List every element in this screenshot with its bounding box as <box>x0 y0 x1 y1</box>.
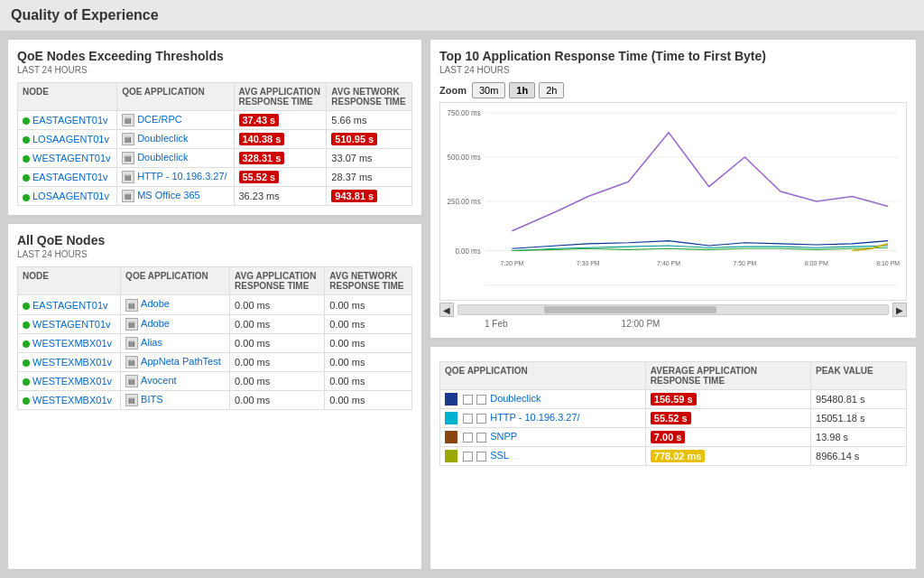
node-link[interactable]: LOSAAGENT01v <box>32 191 109 201</box>
legend-app-link[interactable]: SSL <box>490 450 509 461</box>
node-cell: WESTEXMBX01v <box>18 371 121 390</box>
thresholds-subtitle: LAST 24 HOURS <box>17 65 412 75</box>
avg-net-cell: 510.95 s <box>327 130 412 149</box>
chart-scrollbar-area[interactable]: ◀ ▶ <box>439 303 907 317</box>
avg-net-cell: 943.81 s <box>327 187 412 206</box>
badge-red: 943.81 s <box>331 190 377 202</box>
status-dot <box>23 194 30 201</box>
zoom-label: Zoom <box>439 85 467 96</box>
app-icon: ▤ <box>125 375 138 387</box>
avg-net-cell: 0.00 ms <box>325 371 412 390</box>
zoom-1h-button[interactable]: 1h <box>509 82 535 98</box>
table-row: EASTAGENT01v ▤Adobe 0.00 ms 0.00 ms <box>18 295 412 314</box>
app-icon: ▤ <box>125 337 138 350</box>
legend-col-avg: AVERAGE APPLICATIONRESPONSE TIME <box>645 362 810 390</box>
thresholds-table: NODE QOE APPLICATION AVG APPLICATIONRESP… <box>17 82 412 206</box>
color-swatch <box>445 431 457 443</box>
app-cell: ▤MS Office 365 <box>117 187 234 206</box>
node-link[interactable]: WESTAGENT01v <box>32 153 111 163</box>
avg-net-cell: 0.00 ms <box>325 295 412 314</box>
avg-app-cell: 0.00 ms <box>230 371 325 390</box>
chart-left-button[interactable]: ◀ <box>439 303 454 317</box>
app-link[interactable]: HTTP - 10.196.3.27/ <box>137 171 226 182</box>
checkbox2[interactable] <box>476 395 486 405</box>
avg-app-cell: 0.00 ms <box>230 390 325 409</box>
checkbox2[interactable] <box>476 414 486 424</box>
col-node: NODE <box>18 83 117 111</box>
zoom-2h-button[interactable]: 2h <box>539 82 564 98</box>
app-cell: ▤Doubleclick <box>117 149 234 168</box>
zoom-30m-button[interactable]: 30m <box>472 82 505 98</box>
legend-row: SSL 778.02 ms 8966.14 s <box>440 447 907 466</box>
top10-card: Top 10 Application Response Time (Time t… <box>430 39 917 339</box>
legend-app-link[interactable]: SNPP <box>490 431 517 442</box>
app-link[interactable]: Adobe <box>141 298 170 309</box>
app-icon: ▤ <box>122 114 134 126</box>
legend-peak-cell: 13.98 s <box>811 428 907 447</box>
node-cell: EASTAGENT01v <box>18 111 117 130</box>
table-row: WESTAGENT01v ▤Adobe 0.00 ms 0.00 ms <box>18 314 412 333</box>
color-swatch <box>445 393 457 406</box>
avg-app-cell: 55.52 s <box>234 168 327 187</box>
node-link[interactable]: WESTEXMBX01v <box>32 395 112 406</box>
node-link[interactable]: WESTEXMBX01v <box>32 338 112 349</box>
checkbox2[interactable] <box>476 452 486 461</box>
node-link[interactable]: EASTAGENT01v <box>32 172 108 182</box>
app-link[interactable]: Avocent <box>141 375 177 386</box>
node-link[interactable]: EASTAGENT01v <box>32 300 108 311</box>
node-link[interactable]: WESTEXMBX01v <box>32 357 112 368</box>
legend-avg-cell: 7.00 s <box>645 428 810 447</box>
node-cell: WESTAGENT01v <box>18 314 121 333</box>
table-row: EASTAGENT01v ▤HTTP - 10.196.3.27/ 55.52 … <box>18 168 412 187</box>
avg-app-cell: 36.23 ms <box>234 187 327 206</box>
status-dot <box>23 155 30 163</box>
avg-net-cell: 5.66 ms <box>327 111 412 130</box>
chart-scrollbar[interactable] <box>457 304 889 315</box>
checkbox[interactable] <box>463 414 473 424</box>
app-cell: ▤BITS <box>121 390 230 409</box>
col-avg-app: AVG APPLICATIONRESPONSE TIME <box>234 83 327 111</box>
status-dot <box>23 397 30 405</box>
checkbox[interactable] <box>463 452 473 461</box>
checkbox2[interactable] <box>476 433 486 443</box>
app-link[interactable]: MS Office 365 <box>137 190 200 200</box>
badge-red: 37.43 s <box>239 114 280 126</box>
node-link[interactable]: EASTAGENT01v <box>32 115 108 126</box>
app-cell: ▤Adobe <box>121 314 230 333</box>
legend-app-cell: Doubleclick <box>440 390 646 409</box>
color-swatch <box>445 412 457 424</box>
legend-avg-cell: 778.02 ms <box>645 447 810 466</box>
node-link[interactable]: WESTAGENT01v <box>32 319 111 330</box>
node-link[interactable]: LOSAAGENT01v <box>32 134 109 144</box>
svg-text:7:30 PM: 7:30 PM <box>577 259 600 267</box>
node-cell: EASTAGENT01v <box>18 168 117 187</box>
app-link[interactable]: Adobe <box>141 318 170 329</box>
legend-app-link[interactable]: HTTP - 10.196.3.27/ <box>490 412 579 423</box>
app-link[interactable]: AppNeta PathTest <box>141 356 221 367</box>
avg-net-cell: 0.00 ms <box>325 314 412 333</box>
app-link[interactable]: Doubleclick <box>137 152 188 163</box>
avg-app-cell: 0.00 ms <box>230 314 325 333</box>
all-nodes-subtitle: LAST 24 HOURS <box>17 249 412 259</box>
checkbox[interactable] <box>463 395 473 405</box>
svg-text:500.00 ms: 500.00 ms <box>448 153 481 162</box>
app-link[interactable]: DCE/RPC <box>137 114 182 125</box>
chart-right-button[interactable]: ▶ <box>892 303 907 317</box>
app-link[interactable]: BITS <box>141 394 162 405</box>
legend-avg-cell: 55.52 s <box>645 409 810 428</box>
color-swatch <box>445 450 457 462</box>
date-label-2: 12:00 PM <box>622 319 661 329</box>
legend-card: QOE APPLICATION AVERAGE APPLICATIONRESPO… <box>430 346 917 570</box>
svg-text:250.00 ms: 250.00 ms <box>448 197 481 206</box>
legend-avg-cell: 156.59 s <box>645 390 810 409</box>
legend-app-link[interactable]: Doubleclick <box>490 393 541 404</box>
all-nodes-table: NODE QOE APPLICATION AVG APPLICATIONRESP… <box>17 266 412 410</box>
avg-app-cell: 37.43 s <box>234 111 327 130</box>
col-avg-net: AVG NETWORKRESPONSE TIME <box>327 83 412 111</box>
checkbox[interactable] <box>463 433 473 443</box>
app-link[interactable]: Alias <box>141 337 162 348</box>
node-link[interactable]: WESTEXMBX01v <box>32 376 112 387</box>
value: 36.23 ms <box>239 191 280 201</box>
app-link[interactable]: Doubleclick <box>137 133 188 144</box>
app-cell: ▤HTTP - 10.196.3.27/ <box>117 168 234 187</box>
